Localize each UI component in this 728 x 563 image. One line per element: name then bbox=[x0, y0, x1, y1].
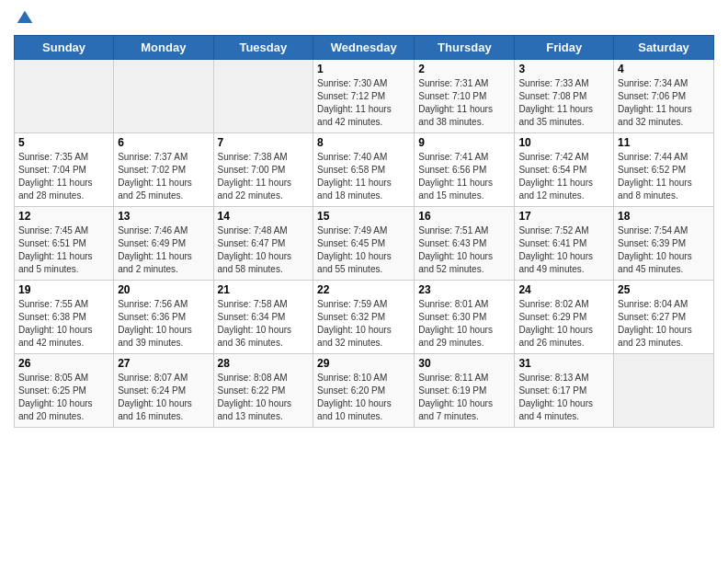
day-cell: 7Sunrise: 7:38 AM Sunset: 7:00 PM Daylig… bbox=[213, 133, 313, 207]
calendar-header: SundayMondayTuesdayWednesdayThursdayFrid… bbox=[15, 36, 714, 60]
day-number: 15 bbox=[317, 210, 410, 223]
week-row-2: 12Sunrise: 7:45 AM Sunset: 6:51 PM Dayli… bbox=[15, 207, 714, 281]
day-info: Sunrise: 7:37 AM Sunset: 7:02 PM Dayligh… bbox=[118, 151, 209, 202]
day-cell: 8Sunrise: 7:40 AM Sunset: 6:58 PM Daylig… bbox=[313, 133, 415, 207]
day-info: Sunrise: 8:13 AM Sunset: 6:17 PM Dayligh… bbox=[518, 372, 609, 423]
day-number: 3 bbox=[518, 63, 609, 75]
day-cell: 31Sunrise: 8:13 AM Sunset: 6:17 PM Dayli… bbox=[515, 354, 614, 428]
weekday-header-saturday: Saturday bbox=[614, 36, 714, 60]
week-row-0: 1Sunrise: 7:30 AM Sunset: 7:12 PM Daylig… bbox=[15, 60, 714, 133]
day-number: 14 bbox=[218, 210, 310, 223]
day-cell: 20Sunrise: 7:56 AM Sunset: 6:36 PM Dayli… bbox=[114, 281, 213, 354]
day-number: 10 bbox=[518, 136, 609, 149]
day-cell: 6Sunrise: 7:37 AM Sunset: 7:02 PM Daylig… bbox=[114, 133, 213, 207]
day-info: Sunrise: 8:07 AM Sunset: 6:24 PM Dayligh… bbox=[118, 372, 209, 423]
day-info: Sunrise: 8:02 AM Sunset: 6:29 PM Dayligh… bbox=[518, 298, 609, 350]
svg-marker-0 bbox=[17, 11, 33, 23]
logo-icon bbox=[16, 9, 34, 28]
day-info: Sunrise: 8:05 AM Sunset: 6:25 PM Dayligh… bbox=[18, 372, 109, 423]
day-cell: 22Sunrise: 7:59 AM Sunset: 6:32 PM Dayli… bbox=[313, 281, 415, 354]
day-info: Sunrise: 8:04 AM Sunset: 6:27 PM Dayligh… bbox=[618, 298, 710, 350]
day-info: Sunrise: 7:58 AM Sunset: 6:34 PM Dayligh… bbox=[218, 298, 310, 350]
day-cell: 1Sunrise: 7:30 AM Sunset: 7:12 PM Daylig… bbox=[313, 60, 415, 133]
day-number: 11 bbox=[618, 136, 710, 149]
logo bbox=[14, 9, 34, 28]
weekday-header-monday: Monday bbox=[114, 36, 213, 60]
day-cell: 4Sunrise: 7:34 AM Sunset: 7:06 PM Daylig… bbox=[614, 60, 714, 133]
day-cell: 10Sunrise: 7:42 AM Sunset: 6:54 PM Dayli… bbox=[515, 133, 614, 207]
day-number: 4 bbox=[618, 63, 710, 75]
day-info: Sunrise: 8:11 AM Sunset: 6:19 PM Dayligh… bbox=[418, 372, 510, 423]
day-number: 8 bbox=[317, 136, 410, 149]
day-info: Sunrise: 7:55 AM Sunset: 6:38 PM Dayligh… bbox=[18, 298, 109, 350]
day-cell: 27Sunrise: 8:07 AM Sunset: 6:24 PM Dayli… bbox=[114, 354, 213, 428]
day-number: 1 bbox=[317, 63, 410, 75]
day-number: 5 bbox=[18, 136, 109, 149]
day-cell: 17Sunrise: 7:52 AM Sunset: 6:41 PM Dayli… bbox=[515, 207, 614, 281]
day-cell: 28Sunrise: 8:08 AM Sunset: 6:22 PM Dayli… bbox=[213, 354, 313, 428]
day-cell: 16Sunrise: 7:51 AM Sunset: 6:43 PM Dayli… bbox=[415, 207, 515, 281]
day-info: Sunrise: 7:34 AM Sunset: 7:06 PM Dayligh… bbox=[618, 77, 710, 129]
day-number: 22 bbox=[317, 283, 410, 296]
day-number: 18 bbox=[618, 210, 710, 223]
day-cell: 21Sunrise: 7:58 AM Sunset: 6:34 PM Dayli… bbox=[213, 281, 313, 354]
day-number: 31 bbox=[518, 357, 609, 370]
day-info: Sunrise: 7:46 AM Sunset: 6:49 PM Dayligh… bbox=[118, 224, 209, 276]
week-row-1: 5Sunrise: 7:35 AM Sunset: 7:04 PM Daylig… bbox=[15, 133, 714, 207]
day-number: 13 bbox=[118, 210, 209, 223]
page-container: SundayMondayTuesdayWednesdayThursdayFrid… bbox=[0, 0, 728, 432]
day-number: 28 bbox=[218, 357, 310, 370]
day-cell: 13Sunrise: 7:46 AM Sunset: 6:49 PM Dayli… bbox=[114, 207, 213, 281]
weekday-header-sunday: Sunday bbox=[15, 36, 114, 60]
header bbox=[14, 9, 714, 28]
day-number: 26 bbox=[18, 357, 109, 370]
day-cell bbox=[213, 60, 313, 133]
week-row-4: 26Sunrise: 8:05 AM Sunset: 6:25 PM Dayli… bbox=[15, 354, 714, 428]
day-info: Sunrise: 7:51 AM Sunset: 6:43 PM Dayligh… bbox=[418, 224, 510, 276]
day-number: 21 bbox=[218, 283, 310, 296]
day-info: Sunrise: 8:10 AM Sunset: 6:20 PM Dayligh… bbox=[317, 372, 410, 423]
day-cell: 29Sunrise: 8:10 AM Sunset: 6:20 PM Dayli… bbox=[313, 354, 415, 428]
day-cell: 9Sunrise: 7:41 AM Sunset: 6:56 PM Daylig… bbox=[415, 133, 515, 207]
day-cell: 15Sunrise: 7:49 AM Sunset: 6:45 PM Dayli… bbox=[313, 207, 415, 281]
week-row-3: 19Sunrise: 7:55 AM Sunset: 6:38 PM Dayli… bbox=[15, 281, 714, 354]
day-cell: 23Sunrise: 8:01 AM Sunset: 6:30 PM Dayli… bbox=[415, 281, 515, 354]
day-number: 9 bbox=[418, 136, 510, 149]
day-info: Sunrise: 7:30 AM Sunset: 7:12 PM Dayligh… bbox=[317, 77, 410, 129]
logo-text bbox=[14, 9, 34, 28]
day-cell: 19Sunrise: 7:55 AM Sunset: 6:38 PM Dayli… bbox=[15, 281, 114, 354]
day-number: 25 bbox=[618, 283, 710, 296]
day-cell: 25Sunrise: 8:04 AM Sunset: 6:27 PM Dayli… bbox=[614, 281, 714, 354]
weekday-header-tuesday: Tuesday bbox=[213, 36, 313, 60]
day-number: 23 bbox=[418, 283, 510, 296]
day-cell: 14Sunrise: 7:48 AM Sunset: 6:47 PM Dayli… bbox=[213, 207, 313, 281]
day-number: 24 bbox=[518, 283, 609, 296]
day-cell: 11Sunrise: 7:44 AM Sunset: 6:52 PM Dayli… bbox=[614, 133, 714, 207]
calendar: SundayMondayTuesdayWednesdayThursdayFrid… bbox=[14, 35, 714, 428]
day-cell bbox=[15, 60, 114, 133]
weekday-row: SundayMondayTuesdayWednesdayThursdayFrid… bbox=[15, 36, 714, 60]
day-info: Sunrise: 7:44 AM Sunset: 6:52 PM Dayligh… bbox=[618, 151, 710, 202]
day-number: 2 bbox=[418, 63, 510, 75]
day-cell: 3Sunrise: 7:33 AM Sunset: 7:08 PM Daylig… bbox=[515, 60, 614, 133]
calendar-body: 1Sunrise: 7:30 AM Sunset: 7:12 PM Daylig… bbox=[15, 60, 714, 428]
day-info: Sunrise: 7:40 AM Sunset: 6:58 PM Dayligh… bbox=[317, 151, 410, 202]
day-number: 7 bbox=[218, 136, 310, 149]
day-cell: 26Sunrise: 8:05 AM Sunset: 6:25 PM Dayli… bbox=[15, 354, 114, 428]
day-cell: 24Sunrise: 8:02 AM Sunset: 6:29 PM Dayli… bbox=[515, 281, 614, 354]
day-cell: 5Sunrise: 7:35 AM Sunset: 7:04 PM Daylig… bbox=[15, 133, 114, 207]
day-info: Sunrise: 7:35 AM Sunset: 7:04 PM Dayligh… bbox=[18, 151, 109, 202]
day-info: Sunrise: 7:42 AM Sunset: 6:54 PM Dayligh… bbox=[518, 151, 609, 202]
day-number: 29 bbox=[317, 357, 410, 370]
day-number: 19 bbox=[18, 283, 109, 296]
day-number: 12 bbox=[18, 210, 109, 223]
day-info: Sunrise: 7:49 AM Sunset: 6:45 PM Dayligh… bbox=[317, 224, 410, 276]
day-info: Sunrise: 8:01 AM Sunset: 6:30 PM Dayligh… bbox=[418, 298, 510, 350]
day-info: Sunrise: 7:56 AM Sunset: 6:36 PM Dayligh… bbox=[118, 298, 209, 350]
day-number: 27 bbox=[118, 357, 209, 370]
day-number: 16 bbox=[418, 210, 510, 223]
weekday-header-thursday: Thursday bbox=[415, 36, 515, 60]
day-cell bbox=[114, 60, 213, 133]
day-cell: 18Sunrise: 7:54 AM Sunset: 6:39 PM Dayli… bbox=[614, 207, 714, 281]
day-info: Sunrise: 7:48 AM Sunset: 6:47 PM Dayligh… bbox=[218, 224, 310, 276]
